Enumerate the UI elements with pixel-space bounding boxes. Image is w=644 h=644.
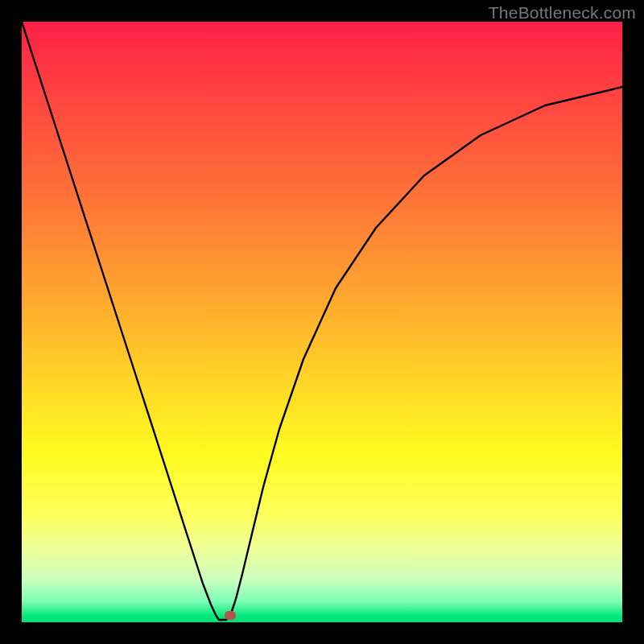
plot-area [22, 22, 622, 622]
chart-frame: TheBottleneck.com [0, 0, 644, 644]
bottleneck-curve [22, 22, 622, 622]
watermark-text: TheBottleneck.com [489, 3, 636, 23]
optimal-point-marker [225, 611, 236, 620]
